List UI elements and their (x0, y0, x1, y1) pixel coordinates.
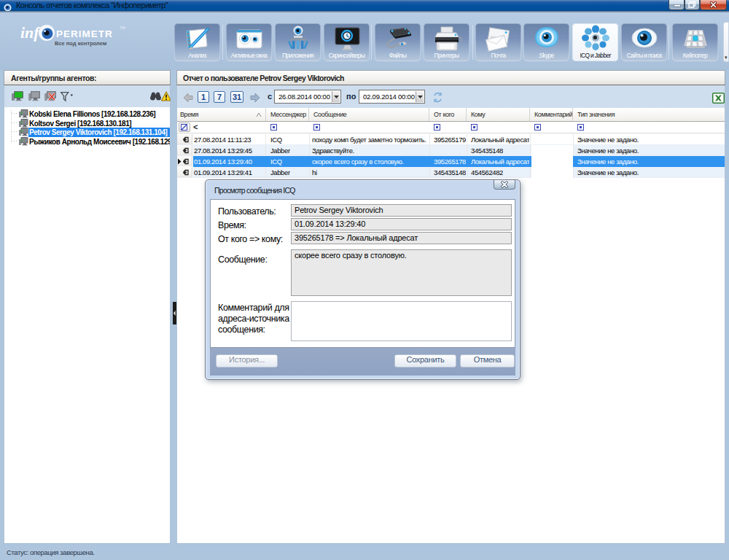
svg-text:Все под контролем: Все под контролем (55, 40, 107, 47)
svg-text:PERIMETR: PERIMETR (56, 28, 113, 39)
svg-text:TM: TM (120, 26, 125, 30)
svg-text:inf: inf (20, 23, 41, 42)
